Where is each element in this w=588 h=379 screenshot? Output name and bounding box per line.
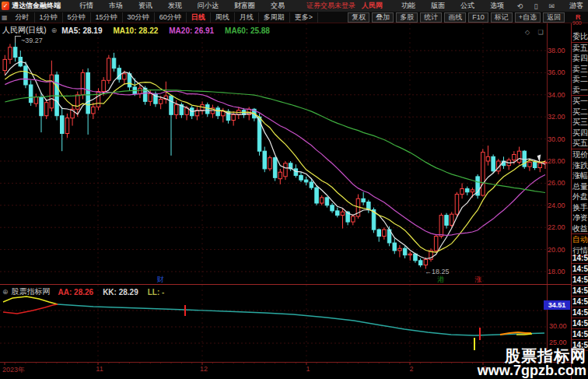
indicator-value: AA: 28.26 xyxy=(58,288,94,297)
quote-row[interactable]: 自动 xyxy=(572,234,588,245)
ma-legend-item: MA20: 26.91 xyxy=(169,26,214,35)
event-marker[interactable]: 港 xyxy=(436,275,446,284)
tick-time-row[interactable]: 14:56 xyxy=(572,318,588,329)
time-axis-label: 11 xyxy=(92,365,107,373)
quote-row[interactable]: 净资 xyxy=(572,212,588,223)
quote-row[interactable]: 换手 xyxy=(572,202,588,213)
quote-row[interactable]: 卖五 xyxy=(572,43,588,54)
indicator-axis-label: 25.00 xyxy=(549,339,571,346)
quote-row[interactable]: 卖四 xyxy=(572,53,588,64)
high-annotation-arrow xyxy=(15,36,21,43)
watermark: 股票指标网 www.7gpzb.com xyxy=(478,348,586,377)
price-axis-label: 34.00 xyxy=(548,91,570,99)
indicator-value: LL: - xyxy=(148,288,165,297)
indicator-gear-icon[interactable]: ⊕ xyxy=(2,288,9,296)
event-marker[interactable]: 财 xyxy=(156,275,165,284)
price-axis-label: 18.00 xyxy=(548,268,570,275)
tick-times: 14:5614:5614:5614:5614:5614:5614:5614:56… xyxy=(572,253,588,351)
time-axis-label: 1 xyxy=(300,365,316,373)
ma-legend: MA5: 28.19MA10: 28.22MA20: 26.91MA60: 25… xyxy=(61,26,281,35)
indicator-name: 股票指标网 xyxy=(12,286,51,297)
time-axis-label: 2023年 xyxy=(2,365,25,375)
corner-code: 900 xyxy=(572,20,582,26)
ma-legend-item: MA5: 28.19 xyxy=(61,26,102,35)
indicator-values: AA: 28.26KK: 28.29LL: - xyxy=(58,288,174,297)
tick-time-row[interactable]: 14:56 xyxy=(572,286,588,297)
price-axis-label: 32.00 xyxy=(548,113,570,121)
tick-time-row[interactable]: 14:56 xyxy=(572,297,588,307)
tick-time-row[interactable]: 14:56 xyxy=(572,253,588,264)
tick-time-row[interactable]: 14:56 xyxy=(572,329,588,340)
price-axis-label: 36.00 xyxy=(548,68,570,76)
indicator-current-value-tag: 34.51 xyxy=(544,300,570,310)
quote-row[interactable]: 现价 xyxy=(572,149,588,160)
price-axis-label: 28.00 xyxy=(548,157,570,165)
watermark-title: 股票指标网 xyxy=(478,348,586,363)
time-axis-label: 12 xyxy=(196,365,212,373)
price-axis-label: 26.00 xyxy=(548,179,570,187)
chart-title: 人民网(日线) xyxy=(2,25,47,36)
indicator-axis-label: 30.00 xyxy=(549,322,571,330)
quote-row[interactable]: 卖三 xyxy=(572,64,588,75)
price-axis-label: 22.00 xyxy=(548,223,570,231)
quote-row[interactable]: 买四 xyxy=(572,128,588,139)
quote-row[interactable]: 买二 xyxy=(572,107,588,118)
quote-row[interactable]: 总量 xyxy=(572,181,588,192)
price-axis-label: 30.00 xyxy=(548,135,570,143)
chart-area[interactable] xyxy=(0,23,547,362)
quote-row[interactable]: 委比 xyxy=(572,31,588,43)
tick-time-row[interactable]: 14:56 xyxy=(572,307,588,318)
quote-row[interactable]: 卖二 xyxy=(572,74,588,85)
tick-time-row[interactable]: 14:56 xyxy=(572,264,588,275)
settings-gear-icon[interactable]: ⊕ xyxy=(51,26,58,34)
quote-row[interactable]: 买三 xyxy=(572,117,588,128)
price-axis-label: 24.00 xyxy=(548,202,570,209)
quote-row[interactable]: 涨幅 xyxy=(572,170,588,181)
time-axis-label: 2 xyxy=(404,365,419,373)
ma-legend-item: MA10: 28.22 xyxy=(113,26,158,35)
watermark-url: www.7gpzb.com xyxy=(478,363,586,377)
quote-row[interactable]: 收益 xyxy=(572,223,588,235)
price-axis-label: 20.00 xyxy=(548,246,570,254)
price-axis-label: 38.00 xyxy=(548,47,570,54)
event-marker[interactable]: 涨 xyxy=(474,275,483,284)
indicator-header: ⊕ 股票指标网 AA: 28.26KK: 28.29LL: - xyxy=(2,286,173,297)
high-price-annotation: ~39.27 xyxy=(21,37,43,44)
ma-legend-item: MA60: 25.88 xyxy=(225,26,270,35)
quote-row[interactable]: 卖一 xyxy=(572,85,588,97)
quote-row[interactable]: 买一 xyxy=(572,96,588,107)
quote-row[interactable]: 外盘 xyxy=(572,191,588,202)
tick-time-row[interactable]: 14:56 xyxy=(572,275,588,286)
chart-header: 人民网(日线) ⊕ MA5: 28.19MA10: 28.22MA20: 26.… xyxy=(2,25,281,36)
indicator-value: KK: 28.29 xyxy=(103,288,138,297)
chart-corner-icons[interactable]: ◇ ❏ xyxy=(525,29,547,36)
quote-row[interactable]: 涨跌 xyxy=(572,160,588,171)
quote-sidebar: 委比卖五卖四卖三卖二卖一买一买二买三买四买五现价涨跌涨幅总量外盘换手净资收益自动… xyxy=(572,23,588,379)
low-price-annotation: ←18.25 xyxy=(425,268,450,275)
quote-rows: 委比卖五卖四卖三卖二卖一买一买二买三买四买五现价涨跌涨幅总量外盘换手净资收益自动… xyxy=(572,31,588,256)
quote-row[interactable]: 买五 xyxy=(572,138,588,149)
